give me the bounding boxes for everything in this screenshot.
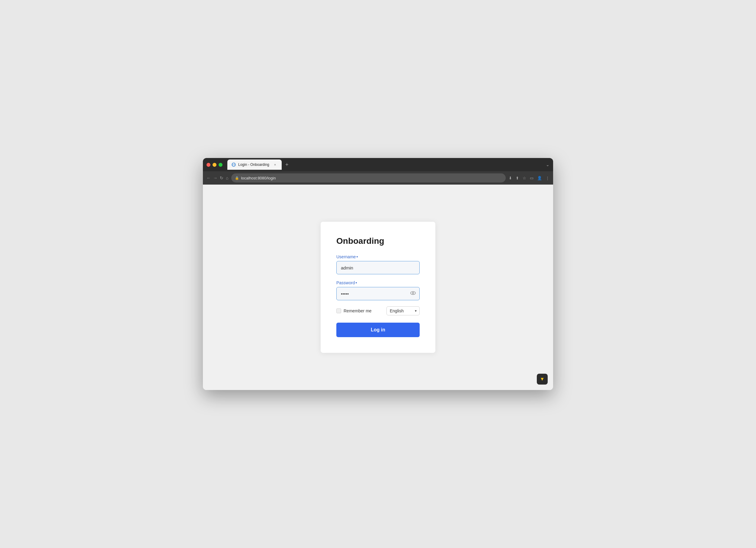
- url-text: localhost:8080/login: [241, 176, 276, 180]
- star-icon[interactable]: ☆: [523, 176, 526, 180]
- tab-favicon-icon: [232, 162, 236, 167]
- form-options-row: Remember me English French German Spanis…: [336, 306, 420, 316]
- refresh-button[interactable]: ↻: [220, 175, 223, 180]
- tab-title: Login - Onboarding: [238, 162, 270, 167]
- share-icon[interactable]: ⬆: [516, 176, 519, 180]
- maximize-traffic-light[interactable]: [219, 163, 223, 167]
- close-traffic-light[interactable]: [207, 163, 210, 167]
- window-chevron-icon[interactable]: ⌄: [546, 162, 549, 167]
- forward-button[interactable]: →: [213, 175, 217, 180]
- traffic-lights: [207, 163, 223, 167]
- password-input[interactable]: [336, 287, 420, 300]
- menu-icon[interactable]: ⋮: [546, 176, 549, 180]
- download-icon[interactable]: ⬇: [509, 176, 512, 180]
- svg-point-3: [412, 293, 414, 294]
- username-label: Username•: [336, 254, 420, 259]
- browser-window: Login - Onboarding × + ⌄ ← → ↻ ⌂ 🔒 local…: [203, 158, 553, 390]
- password-field-wrap: [336, 287, 420, 300]
- tab-close-button[interactable]: ×: [273, 162, 277, 167]
- password-toggle-icon[interactable]: [410, 290, 416, 297]
- sidebar-toggle-icon[interactable]: ▭: [530, 176, 533, 180]
- minimize-traffic-light[interactable]: [213, 163, 216, 167]
- svg-point-2: [411, 292, 416, 295]
- page-badge: ▼: [537, 374, 548, 385]
- login-card: Onboarding Username• Password•: [321, 222, 435, 353]
- page-title: Onboarding: [336, 236, 420, 246]
- page-content: Onboarding Username• Password•: [203, 184, 553, 390]
- badge-icon: ▼: [540, 377, 545, 382]
- remember-me-checkbox[interactable]: [336, 309, 341, 313]
- address-bar-input[interactable]: 🔒 localhost:8080/login: [231, 173, 506, 182]
- remember-me-label[interactable]: Remember me: [336, 309, 372, 313]
- new-tab-button[interactable]: +: [283, 162, 290, 168]
- language-select-wrap[interactable]: English French German Spanish: [386, 306, 420, 316]
- language-select[interactable]: English French German Spanish: [386, 306, 420, 316]
- title-bar: Login - Onboarding × + ⌄: [203, 158, 553, 171]
- username-input[interactable]: [336, 261, 420, 274]
- back-button[interactable]: ←: [207, 175, 211, 180]
- nav-buttons: ← → ↻ ⌂: [207, 175, 228, 180]
- password-label: Password•: [336, 281, 420, 285]
- login-button[interactable]: Log in: [336, 323, 420, 337]
- active-tab[interactable]: Login - Onboarding ×: [227, 159, 282, 170]
- address-bar: ← → ↻ ⌂ 🔒 localhost:8080/login ⬇ ⬆ ☆ ▭ 👤…: [203, 171, 553, 184]
- lock-icon: 🔒: [235, 176, 239, 180]
- title-bar-controls: ⌄: [546, 162, 549, 167]
- address-bar-actions: ⬇ ⬆ ☆ ▭ 👤 ⋮: [509, 176, 549, 180]
- home-button[interactable]: ⌂: [226, 175, 228, 180]
- tab-bar: Login - Onboarding × +: [227, 158, 384, 171]
- profile-icon[interactable]: 👤: [537, 176, 542, 180]
- remember-me-text: Remember me: [344, 309, 372, 313]
